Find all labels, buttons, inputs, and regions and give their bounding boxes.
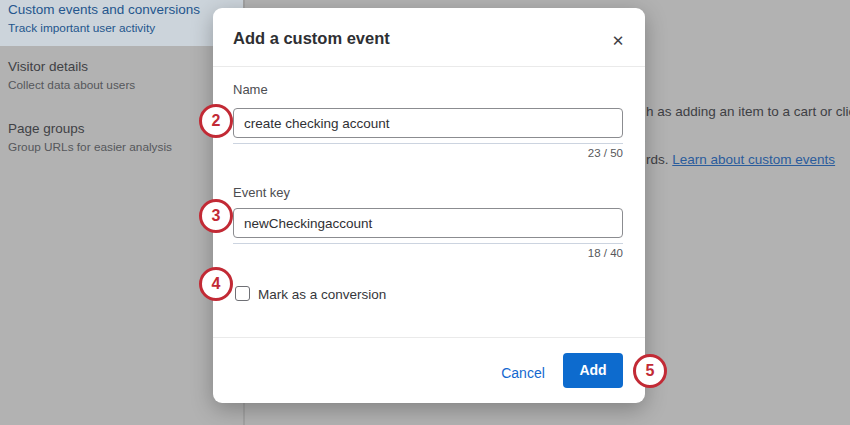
- sidebar-item-custom-events[interactable]: Custom events and conversions: [8, 2, 200, 17]
- header-divider: [213, 66, 645, 67]
- annotation-badge-5: 5: [633, 354, 667, 388]
- cancel-button[interactable]: Cancel: [493, 361, 553, 385]
- add-button[interactable]: Add: [563, 353, 623, 388]
- add-custom-event-dialog: Add a custom event ✕ Name 23 / 50 Event …: [213, 8, 645, 403]
- annotation-badge-4: 4: [199, 267, 233, 301]
- sidebar-item-page-groups-subtitle[interactable]: Group URLs for easier analysis: [8, 140, 172, 154]
- sidebar-item-visitor-details-subtitle[interactable]: Collect data about users: [8, 78, 135, 92]
- background-text-line3: rds. Learn about custom events: [646, 152, 835, 167]
- name-input-underline: [233, 143, 623, 144]
- background-text-line3-prefix: rds.: [646, 152, 672, 167]
- mark-as-conversion-checkbox[interactable]: [235, 286, 250, 301]
- sidebar-item-visitor-details[interactable]: Visitor details: [8, 59, 88, 74]
- event-key-input[interactable]: [233, 208, 623, 238]
- annotation-badge-3: 3: [199, 199, 233, 233]
- sidebar-item-custom-events-subtitle[interactable]: Track important user activity: [8, 21, 155, 35]
- event-key-char-counter: 18 / 40: [233, 247, 623, 259]
- mark-as-conversion-label: Mark as a conversion: [258, 287, 386, 302]
- annotation-badge-2: 2: [199, 104, 233, 138]
- name-field-label: Name: [233, 82, 268, 97]
- dialog-title: Add a custom event: [233, 29, 390, 48]
- name-char-counter: 23 / 50: [233, 147, 623, 159]
- event-key-input-underline: [233, 243, 623, 244]
- background-text-line1: h as adding an item to a cart or clicki: [646, 104, 850, 119]
- close-icon[interactable]: ✕: [607, 30, 629, 52]
- footer-divider: [213, 337, 645, 338]
- sidebar-item-page-groups[interactable]: Page groups: [8, 121, 85, 136]
- name-input[interactable]: [233, 108, 623, 138]
- learn-about-custom-events-link[interactable]: Learn about custom events: [672, 152, 835, 167]
- event-key-field-label: Event key: [233, 185, 290, 200]
